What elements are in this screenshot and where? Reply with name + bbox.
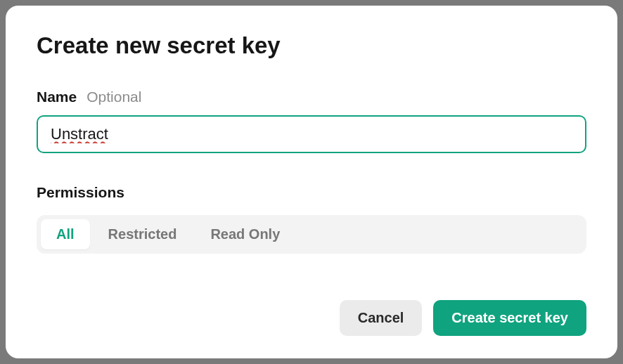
permission-option-all[interactable]: All (41, 219, 90, 249)
name-label-row: Name Optional (37, 89, 586, 105)
cancel-button[interactable]: Cancel (340, 300, 423, 336)
create-secret-key-button[interactable]: Create secret key (433, 300, 586, 336)
name-input[interactable] (37, 115, 586, 153)
permissions-segmented: All Restricted Read Only (37, 215, 586, 254)
modal-footer: Cancel Create secret key (37, 300, 586, 336)
name-hint: Optional (86, 89, 141, 105)
name-label: Name (37, 89, 77, 105)
permission-option-restricted[interactable]: Restricted (93, 219, 193, 249)
modal-title: Create new secret key (37, 32, 586, 59)
create-secret-key-modal: Create new secret key Name Optional Perm… (6, 6, 617, 358)
permissions-label: Permissions (37, 184, 586, 201)
permission-option-readonly[interactable]: Read Only (195, 219, 295, 249)
